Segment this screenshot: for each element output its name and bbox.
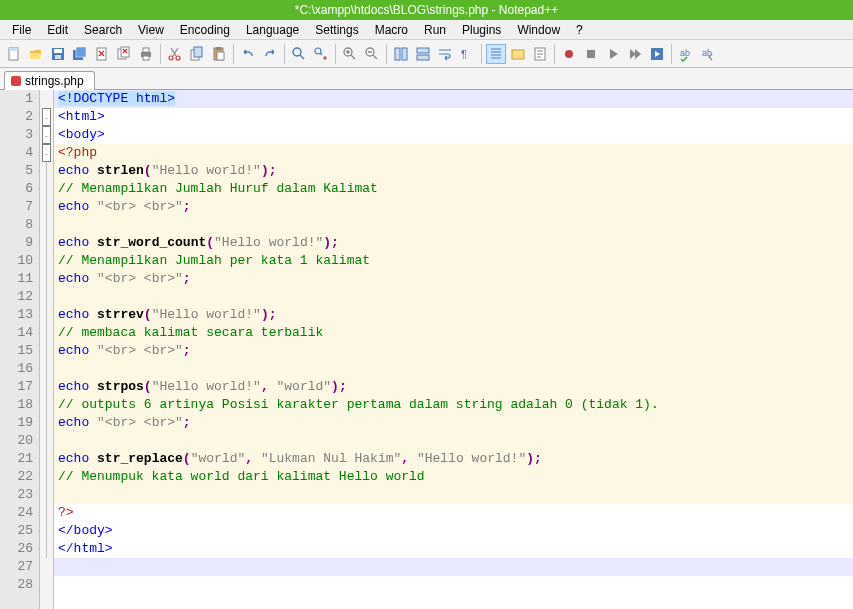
menu-file[interactable]: File <box>4 21 39 39</box>
code-text: echo <box>58 343 89 358</box>
menu-edit[interactable]: Edit <box>39 21 76 39</box>
code-text: echo <box>58 235 89 250</box>
menu-search[interactable]: Search <box>76 21 130 39</box>
menu-language[interactable]: Language <box>238 21 307 39</box>
menubar: File Edit Search View Encoding Language … <box>0 20 853 40</box>
titlebar: *C:\xampp\htdocs\BLOG\strings.php - Note… <box>0 0 853 20</box>
code-text: ); <box>261 163 277 178</box>
svg-rect-27 <box>417 55 429 60</box>
close-all-icon[interactable] <box>114 44 134 64</box>
save-all-icon[interactable] <box>70 44 90 64</box>
sync-h-icon[interactable] <box>413 44 433 64</box>
svg-rect-32 <box>587 50 595 58</box>
close-icon[interactable] <box>92 44 112 64</box>
zoom-out-icon[interactable] <box>362 44 382 64</box>
copy-icon[interactable] <box>187 44 207 64</box>
save-macro-icon[interactable] <box>647 44 667 64</box>
svg-text:ab: ab <box>702 48 712 58</box>
menu-plugins[interactable]: Plugins <box>454 21 509 39</box>
code-text: "Hello world!" <box>152 163 261 178</box>
play-icon[interactable] <box>603 44 623 64</box>
line-numbers: 1234567891011121314151617181920212223242… <box>0 90 40 609</box>
folder-icon[interactable] <box>508 44 528 64</box>
code-text: ); <box>331 379 347 394</box>
unsaved-indicator-icon <box>11 76 21 86</box>
svg-rect-4 <box>55 55 61 59</box>
code-text: echo <box>58 271 89 286</box>
code-text: strpos <box>97 379 144 394</box>
code-text: </html> <box>58 541 113 556</box>
all-chars-icon[interactable]: ¶ <box>457 44 477 64</box>
svg-text:ab: ab <box>680 48 690 58</box>
play-multi-icon[interactable] <box>625 44 645 64</box>
menu-help[interactable]: ? <box>568 21 591 39</box>
find-icon[interactable] <box>289 44 309 64</box>
tab-label: strings.php <box>25 74 84 88</box>
menu-settings[interactable]: Settings <box>307 21 366 39</box>
code-text: // Menampilkan Jumlah Huruf dalam Kalima… <box>58 181 378 196</box>
svg-text:¶: ¶ <box>461 48 467 60</box>
code-text: echo <box>58 199 89 214</box>
svg-rect-16 <box>194 47 202 57</box>
code-text: // membaca kalimat secara terbalik <box>58 325 323 340</box>
code-text: "<br> <br>" <box>97 343 183 358</box>
open-icon[interactable] <box>26 44 46 64</box>
menu-macro[interactable]: Macro <box>367 21 416 39</box>
svg-rect-24 <box>395 48 400 60</box>
code-text: echo <box>58 307 89 322</box>
code-text: "Hello world!" <box>152 379 261 394</box>
redo-icon[interactable] <box>260 44 280 64</box>
svg-rect-12 <box>143 56 149 60</box>
svg-rect-18 <box>216 47 221 50</box>
tabbar: strings.php <box>0 68 853 90</box>
code-text: <?php <box>58 145 97 160</box>
spell-icon[interactable]: ab <box>676 44 696 64</box>
code-text: "<br> <br>" <box>97 271 183 286</box>
code-text: // Menampilkan Jumlah per kata 1 kalimat <box>58 253 370 268</box>
code-text: // outputs 6 artinya Posisi karakter per… <box>58 397 659 412</box>
spell-next-icon[interactable]: ab <box>698 44 718 64</box>
paste-icon[interactable] <box>209 44 229 64</box>
code-text: ( <box>144 379 152 394</box>
code-text: "Lukman Nul Hakim" <box>261 451 401 466</box>
code-text: // Menumpuk kata world dari kalimat Hell… <box>58 469 425 484</box>
code-text: ); <box>261 307 277 322</box>
svg-rect-1 <box>9 48 18 51</box>
code-text: ( <box>144 307 152 322</box>
code-text: "<br> <br>" <box>97 199 183 214</box>
menu-run[interactable]: Run <box>416 21 454 39</box>
stop-icon[interactable] <box>581 44 601 64</box>
code-text: <!DOCTYPE html> <box>58 91 175 106</box>
record-icon[interactable] <box>559 44 579 64</box>
wrap-icon[interactable] <box>435 44 455 64</box>
toolbar: ¶ ab ab <box>0 40 853 68</box>
menu-encoding[interactable]: Encoding <box>172 21 238 39</box>
doc-map-icon[interactable] <box>530 44 550 64</box>
menu-window[interactable]: Window <box>509 21 568 39</box>
code-text: , <box>401 451 409 466</box>
code-text: </body> <box>58 523 113 538</box>
sync-v-icon[interactable] <box>391 44 411 64</box>
replace-icon[interactable] <box>311 44 331 64</box>
toolbar-separator <box>233 44 234 64</box>
svg-rect-25 <box>402 48 407 60</box>
code-text: str_word_count <box>97 235 206 250</box>
code-text: "world" <box>191 451 246 466</box>
undo-icon[interactable] <box>238 44 258 64</box>
svg-point-14 <box>176 56 180 60</box>
indent-guide-icon[interactable] <box>486 44 506 64</box>
svg-point-20 <box>293 48 301 56</box>
print-icon[interactable] <box>136 44 156 64</box>
cut-icon[interactable] <box>165 44 185 64</box>
code-text: "Hello world!" <box>417 451 526 466</box>
new-icon[interactable] <box>4 44 24 64</box>
svg-rect-19 <box>217 52 224 60</box>
tab-strings-php[interactable]: strings.php <box>4 71 95 90</box>
menu-view[interactable]: View <box>130 21 172 39</box>
code-editor: 1234567891011121314151617181920212223242… <box>0 90 853 609</box>
code-text: echo <box>58 415 89 430</box>
code-text: ); <box>526 451 542 466</box>
code-area[interactable]: <!DOCTYPE html> <html> <body> <?php echo… <box>54 90 853 609</box>
save-icon[interactable] <box>48 44 68 64</box>
zoom-in-icon[interactable] <box>340 44 360 64</box>
